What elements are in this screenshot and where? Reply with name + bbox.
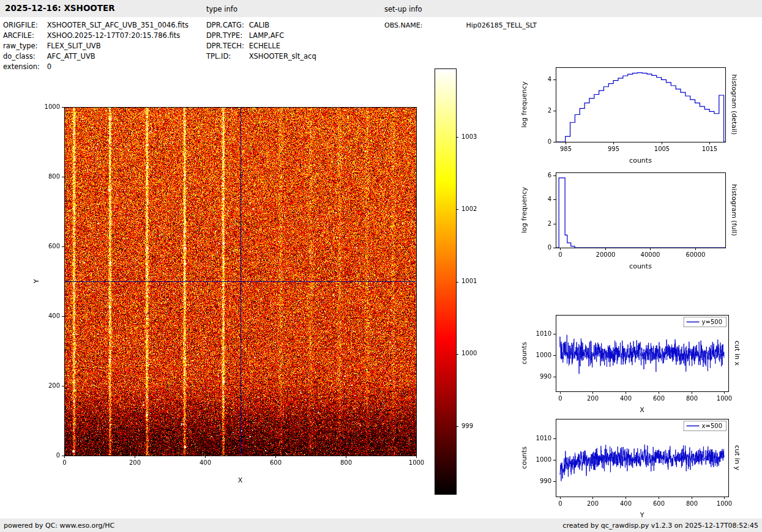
file-metadata-column: ORIGFILE: XSHOOTER_SLT_AFC_UVB_351_0046.… — [3, 20, 189, 72]
footer-left-text: powered by QC: www.eso.org/HC — [4, 522, 114, 530]
metadata-row: OBS.NAME: Hip026185_TELL_SLT — [384, 20, 537, 31]
raw-image-plot — [18, 86, 435, 495]
metadata-value: XSHOOTER_slt_acq — [249, 52, 316, 61]
type-info-heading: type info — [206, 5, 237, 13]
metadata-label: extension: — [3, 62, 45, 72]
metadata-value: AFC_ATT_UVB — [47, 52, 95, 61]
metadata-label: DPR.TECH: — [206, 41, 247, 51]
setup-info-heading: set-up info — [384, 5, 422, 13]
metadata-label: do_class: — [3, 51, 45, 62]
setup-info-column: OBS.NAME: Hip026185_TELL_SLT — [384, 20, 537, 31]
footer-right-text: created by qc_rawdisp.py v1.2.3 on 2025-… — [562, 522, 758, 530]
metadata-value: 0 — [47, 62, 51, 71]
metadata-row: ORIGFILE: XSHOOTER_SLT_AFC_UVB_351_0046.… — [3, 20, 189, 31]
metadata-row: DPR.TYPE: LAMP,AFC — [206, 31, 316, 41]
cut-in-y-plot — [514, 413, 760, 522]
qc-report-page: 2025-12-16: XSHOOTER type info set-up in… — [0, 0, 762, 532]
histogram-full-plot — [514, 166, 760, 276]
type-info-column: DPR.CATG: CALIB DPR.TYPE: LAMP,AFC DPR.T… — [206, 20, 316, 62]
cut-in-x-plot — [514, 309, 760, 419]
metadata-row: DPR.CATG: CALIB — [206, 20, 316, 31]
histogram-detail-plot — [514, 61, 760, 171]
metadata-value: XSHOOTER_SLT_AFC_UVB_351_0046.fits — [47, 21, 189, 29]
metadata-label: DPR.TYPE: — [206, 31, 247, 41]
page-title: 2025-12-16: XSHOOTER — [5, 3, 115, 13]
metadata-label: ORIGFILE: — [3, 20, 45, 31]
title-bar: 2025-12-16: XSHOOTER type info set-up in… — [0, 0, 762, 17]
metadata-value: CALIB — [249, 21, 270, 29]
metadata-row: do_class: AFC_ATT_UVB — [3, 51, 189, 62]
metadata-value: LAMP,AFC — [249, 31, 285, 40]
colorbar — [431, 64, 499, 501]
metadata-label: ARCFILE: — [3, 31, 45, 41]
metadata-value: XSHOO.2025-12-17T07:20:15.786.fits — [47, 31, 181, 40]
metadata-value: ECHELLE — [249, 42, 280, 50]
metadata-value: FLEX_SLIT_UVB — [47, 42, 101, 50]
metadata-row: raw_type: FLEX_SLIT_UVB — [3, 41, 189, 51]
footer-bar: powered by QC: www.eso.org/HC created by… — [0, 519, 762, 532]
metadata-label: DPR.CATG: — [206, 20, 247, 31]
metadata-value: Hip026185_TELL_SLT — [466, 21, 537, 29]
metadata-label: raw_type: — [3, 41, 45, 51]
metadata-label: OBS.NAME: — [384, 20, 464, 31]
metadata-row: TPL.ID: XSHOOTER_slt_acq — [206, 51, 316, 62]
metadata-row: ARCFILE: XSHOO.2025-12-17T07:20:15.786.f… — [3, 31, 189, 41]
metadata-row: extension: 0 — [3, 62, 189, 72]
metadata-label: TPL.ID: — [206, 51, 247, 62]
metadata-row: DPR.TECH: ECHELLE — [206, 41, 316, 51]
